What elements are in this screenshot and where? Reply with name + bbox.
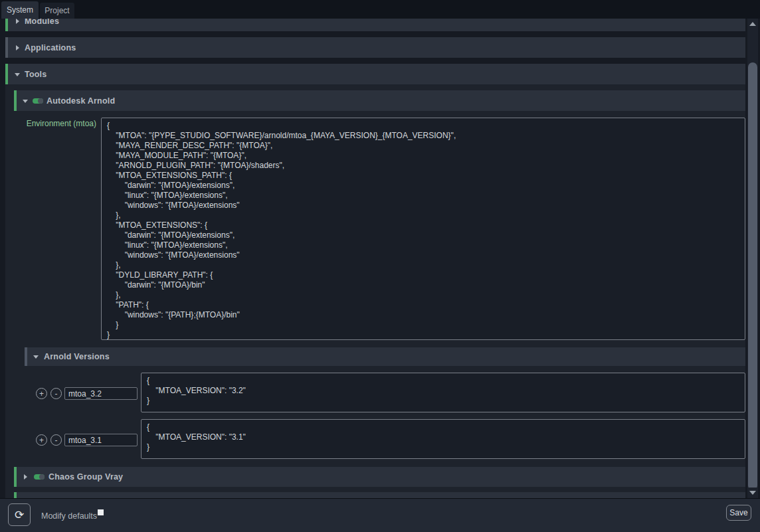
section-label: Autodesk Arnold bbox=[47, 96, 115, 106]
save-button[interactable]: Save bbox=[726, 505, 751, 521]
refresh-button[interactable]: ⟳ bbox=[8, 503, 31, 526]
collapse-arrow-icon bbox=[16, 45, 19, 50]
section-header-autodesk-arnold[interactable]: Autodesk Arnold bbox=[14, 90, 745, 111]
tab-project[interactable]: Project bbox=[40, 3, 74, 19]
section-header-modules[interactable]: Modules bbox=[5, 19, 745, 31]
section-header-arnold-versions[interactable]: Arnold Versions bbox=[25, 347, 745, 366]
scrollbar-thumb[interactable] bbox=[748, 62, 757, 490]
version-json-textarea[interactable]: { "MTOA_VERSION": "3.1" } bbox=[141, 419, 745, 459]
add-version-button[interactable]: + bbox=[36, 388, 47, 399]
modify-defaults-checkbox[interactable] bbox=[98, 509, 104, 515]
environment-mtoa-label: Environment (mtoa) bbox=[14, 119, 96, 128]
section-label: Modules bbox=[25, 19, 59, 26]
collapse-arrow-icon bbox=[16, 19, 19, 24]
environment-mtoa-textarea[interactable]: { "MTOA": "{PYPE_STUDIO_SOFTWARE}/arnold… bbox=[101, 118, 745, 340]
remove-version-button[interactable]: - bbox=[50, 434, 62, 446]
tab-system[interactable]: System bbox=[1, 1, 39, 19]
section-label: Arnold Versions bbox=[44, 352, 110, 361]
vertical-scrollbar[interactable] bbox=[747, 19, 758, 498]
toggle-knob-icon bbox=[38, 98, 43, 104]
settings-window: System Project Modules Applications Tool… bbox=[0, 0, 760, 532]
arrow-down-icon bbox=[749, 491, 756, 495]
collapse-arrow-icon bbox=[24, 474, 27, 480]
toggle-knob-icon bbox=[39, 474, 45, 480]
version-name-input[interactable] bbox=[64, 387, 138, 400]
tab-bar: System Project bbox=[0, 0, 760, 19]
arrow-up-icon bbox=[749, 22, 756, 26]
enabled-toggle[interactable] bbox=[34, 474, 45, 480]
section-label: Tools bbox=[25, 70, 47, 79]
section-header-applications[interactable]: Applications bbox=[5, 37, 745, 58]
section-label: Applications bbox=[25, 43, 76, 52]
expand-arrow-icon bbox=[15, 73, 20, 76]
refresh-icon: ⟳ bbox=[15, 508, 24, 521]
enabled-toggle[interactable] bbox=[33, 98, 43, 104]
scroll-up-button[interactable] bbox=[747, 19, 758, 29]
scroll-down-button[interactable] bbox=[747, 488, 758, 498]
version-json-textarea[interactable]: { "MTOA_VERSION": "3.2" } bbox=[141, 373, 745, 412]
expand-arrow-icon bbox=[23, 100, 28, 103]
section-header-chaos-group-vray[interactable]: Chaos Group Vray bbox=[14, 467, 745, 487]
version-name-input[interactable] bbox=[64, 434, 138, 446]
section-header-tools[interactable]: Tools bbox=[5, 64, 745, 84]
settings-scroll-area: Modules Applications Tools Autodesk Arno… bbox=[0, 19, 760, 498]
section-label: Chaos Group Vray bbox=[48, 472, 123, 482]
remove-version-button[interactable]: - bbox=[50, 388, 62, 399]
footer-bar: ⟳ Modify defaults bbox=[0, 498, 760, 532]
modify-defaults-label: Modify defaults bbox=[41, 499, 97, 532]
section-header-partial[interactable] bbox=[14, 492, 745, 498]
expand-arrow-icon bbox=[33, 355, 39, 359]
add-version-button[interactable]: + bbox=[36, 434, 47, 446]
